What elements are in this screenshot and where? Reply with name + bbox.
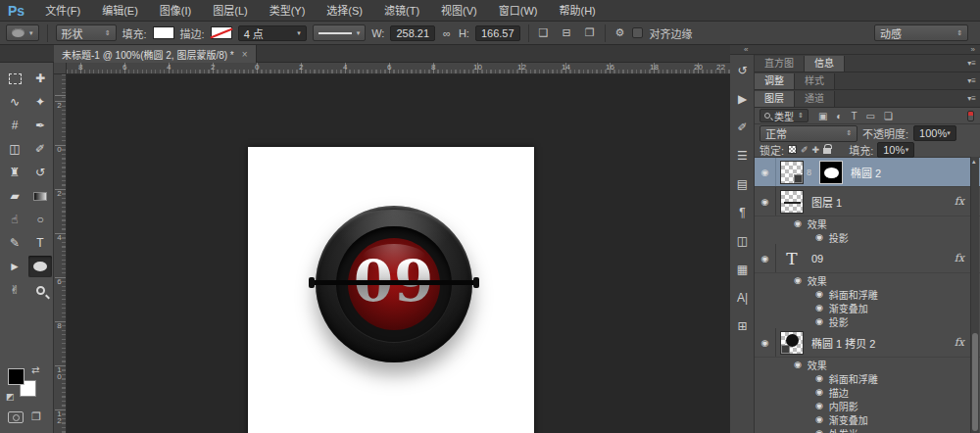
smudge-tool[interactable]: ☝ (3, 209, 26, 230)
panel-menu-icon[interactable]: ▾≡ (967, 94, 976, 103)
layer-thumbnail[interactable]: T (780, 247, 804, 270)
effect-row[interactable]: ◉描边 (755, 385, 980, 399)
type-tool[interactable]: T (28, 232, 52, 254)
lock-all-icon[interactable] (823, 148, 831, 154)
canvas-area[interactable]: 09 (67, 74, 730, 433)
scroll-up-icon[interactable]: ▴ (972, 158, 976, 166)
brush-presets-panel-icon[interactable]: ☰ (730, 144, 755, 168)
eye-icon[interactable]: ◉ (815, 303, 823, 313)
character-styles-panel-icon[interactable]: ⊞ (730, 314, 755, 338)
fx-badge[interactable]: fx (955, 252, 964, 265)
menu-item-9[interactable]: 帮助(H) (548, 0, 606, 22)
menu-item-4[interactable]: 类型(Y) (259, 0, 317, 22)
horizontal-ruler[interactable]: 86420246810121416182022 (54, 63, 730, 74)
eraser-tool[interactable]: ▰ (3, 185, 26, 207)
effect-row[interactable]: ◉投影 (755, 230, 980, 244)
visibility-cell[interactable]: ◉ (755, 187, 776, 216)
menu-item-8[interactable]: 窗口(W) (488, 0, 549, 22)
layer-row[interactable]: ◉椭圆 1 拷贝 2fx▴ (755, 328, 980, 358)
character-panel-icon[interactable]: A| (730, 286, 755, 310)
swap-colors-icon[interactable]: ⇄ (31, 364, 39, 375)
crop-tool[interactable]: # (3, 115, 26, 136)
screen-mode-button[interactable]: ❐ (31, 410, 41, 423)
blend-mode-select[interactable]: 正常⇕ (760, 125, 858, 142)
filter-type-layers-icon[interactable]: T (851, 111, 857, 121)
quick-selection-tool[interactable]: ✦ (28, 91, 52, 113)
eye-icon[interactable]: ◉ (761, 197, 769, 207)
eye-icon[interactable]: ◉ (815, 428, 823, 433)
layers-scrollbar[interactable]: ▴ (970, 157, 979, 433)
menu-item-3[interactable]: 图层(L) (202, 0, 258, 22)
filter-smart-objects-icon[interactable]: ❏ (884, 111, 893, 121)
foreground-color-swatch[interactable] (8, 368, 24, 385)
effect-row[interactable]: ◉渐变叠加 (755, 412, 980, 426)
eyedropper-tool[interactable]: ✒ (28, 115, 52, 136)
brush-panel-icon[interactable]: ✐ (730, 116, 755, 139)
filter-pixel-layers-icon[interactable]: ▣ (818, 111, 827, 121)
eye-icon[interactable]: ◉ (761, 254, 769, 264)
vertical-ruler[interactable]: 2024681012 (54, 74, 67, 433)
panel-menu-icon[interactable]: ▾≡ (967, 59, 976, 68)
lock-pixels-icon[interactable]: ✐ (801, 145, 808, 155)
effect-row[interactable]: ◉斜面和浮雕 (755, 287, 980, 301)
workspace-switcher[interactable]: 动感⇕ (874, 24, 968, 41)
gear-icon[interactable]: ⚙ (613, 26, 627, 39)
collapse-panels-icon[interactable]: » (971, 45, 975, 54)
default-colors-icon[interactable]: ◩ (6, 392, 15, 402)
layer-thumbnail[interactable] (780, 190, 804, 214)
lock-position-icon[interactable]: ✚ (812, 145, 820, 155)
menu-item-2[interactable]: 图像(I) (149, 0, 202, 22)
properties-panel-icon[interactable]: ◫ (730, 229, 755, 253)
spot-healing-tool[interactable]: ◫ (3, 138, 26, 160)
lasso-tool[interactable]: ∿ (3, 91, 26, 113)
eye-icon[interactable]: ◉ (815, 373, 823, 383)
effect-row[interactable]: ◉外发光 (755, 426, 980, 433)
eye-icon[interactable]: ◉ (815, 289, 823, 299)
effect-row[interactable]: ◉效果 (755, 358, 980, 371)
menu-item-0[interactable]: 文件(F) (34, 0, 91, 22)
fx-badge[interactable]: fx (955, 336, 964, 349)
eye-icon[interactable]: ◉ (761, 338, 769, 348)
move-tool[interactable]: ✚ (28, 68, 52, 89)
visibility-cell[interactable]: ◉ (755, 328, 776, 357)
actions-panel-icon[interactable]: ▶ (730, 87, 755, 111)
eye-icon[interactable]: ◉ (794, 218, 802, 228)
mask-link-icon[interactable]: 8 (807, 168, 811, 177)
tab-图层[interactable]: 图层 (755, 91, 795, 107)
layer-thumbnail[interactable] (780, 161, 804, 184)
eye-icon[interactable]: ◉ (815, 414, 823, 424)
fx-badge[interactable]: fx (955, 195, 964, 208)
visibility-cell[interactable]: ◉ (755, 244, 776, 272)
align-edges-checkbox[interactable] (632, 27, 643, 38)
filter-shape-layers-icon[interactable]: ▭ (865, 111, 874, 121)
panel-menu-icon[interactable]: ▾≡ (967, 76, 976, 85)
menu-item-1[interactable]: 编辑(E) (91, 0, 149, 22)
width-field[interactable]: 258.21 (390, 25, 435, 41)
effect-row[interactable]: ◉斜面和浮雕 (755, 371, 980, 385)
filtering-toggle[interactable] (967, 111, 974, 121)
link-dimensions-icon[interactable]: ∞ (441, 27, 453, 39)
eye-icon[interactable]: ◉ (815, 232, 823, 242)
notes-panel-icon[interactable]: ▦ (730, 258, 755, 281)
layer-row[interactable]: ◉图层 1fx▴ (755, 187, 980, 216)
path-alignment-icon[interactable]: ⊟ (560, 26, 572, 39)
menu-item-5[interactable]: 选择(S) (316, 0, 373, 22)
tab-样式[interactable]: 样式 (795, 73, 835, 89)
filter-adjustment-layers-icon[interactable]: ◐ (836, 111, 842, 121)
ellipse-tool[interactable] (28, 256, 52, 277)
tab-通道[interactable]: 通道 (795, 91, 835, 107)
path-arrangement-icon[interactable]: ❐ (583, 26, 597, 39)
eye-icon[interactable]: ◉ (794, 360, 802, 369)
layer-row[interactable]: ◉T09fx▴ (755, 244, 980, 273)
scrollbar-thumb[interactable] (972, 333, 978, 431)
layer-row[interactable]: ◉8椭圆 2 (755, 158, 980, 187)
history-panel-icon[interactable]: ↺ (730, 59, 755, 82)
tab-调整[interactable]: 调整 (755, 73, 795, 89)
effect-row[interactable]: ◉投影 (755, 314, 980, 328)
filter-kind-select[interactable]: 类型 ⇕ (760, 109, 808, 122)
fill-opacity-field[interactable]: 10%▾ (877, 142, 914, 158)
tab-信息[interactable]: 信息 (805, 56, 845, 72)
rect-marquee-tool[interactable] (3, 68, 26, 89)
effect-row[interactable]: ◉渐变叠加 (755, 301, 980, 314)
brush-tool[interactable]: ✐ (28, 138, 52, 160)
